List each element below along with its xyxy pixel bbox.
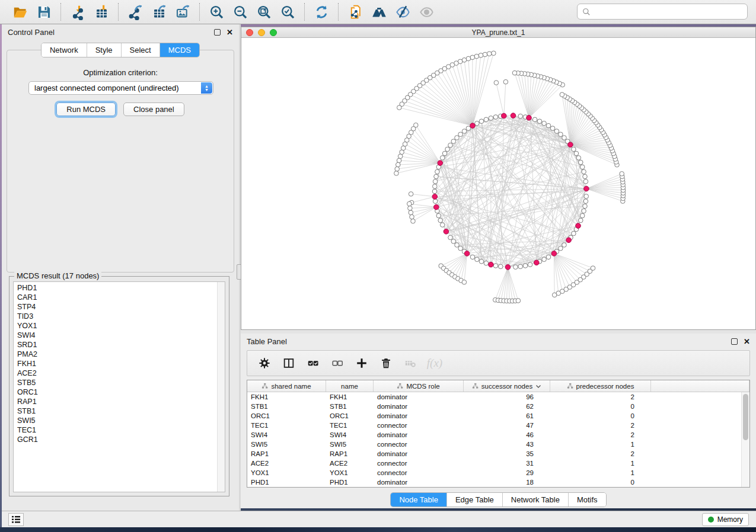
add-column-button[interactable] — [352, 354, 372, 373]
tab-network-table[interactable]: Network Table — [503, 493, 569, 507]
destroy-table-button — [400, 354, 420, 373]
table-row[interactable]: ORC1ORC1dominator610 — [247, 411, 741, 421]
column-header-name[interactable]: name — [326, 380, 374, 392]
mcds-list-scrollbar[interactable] — [217, 282, 225, 492]
column-header-shared-name[interactable]: shared name — [247, 380, 326, 392]
table-row[interactable]: STB1STB1dominator620 — [247, 402, 741, 411]
run-mcds-button[interactable]: Run MCDS — [56, 102, 116, 116]
mcds-result-item[interactable]: STB5 — [17, 378, 225, 387]
zoom-selected-button[interactable] — [276, 2, 299, 22]
tab-network[interactable]: Network — [42, 43, 87, 57]
mcds-result-item[interactable]: SRD1 — [17, 340, 225, 350]
mcds-result-item[interactable]: TID3 — [17, 312, 225, 321]
mcds-result-item[interactable]: CAR1 — [17, 293, 225, 302]
show-column-panel-button[interactable] — [279, 354, 299, 373]
table-row[interactable]: TEC1TEC1connector472 — [247, 421, 741, 430]
mcds-result-item[interactable]: YOX1 — [17, 321, 225, 331]
table-row[interactable]: ACE2ACE2connector311 — [247, 459, 741, 468]
tab-style[interactable]: Style — [87, 43, 122, 57]
mcds-result-item[interactable]: PMA2 — [17, 350, 225, 359]
column-header-predecessor-nodes[interactable]: predecessor nodes — [550, 380, 651, 392]
tab-edge-table[interactable]: Edge Table — [447, 493, 503, 507]
table-row[interactable]: PHD1PHD1dominator180 — [247, 477, 741, 487]
table-cell: SWI5 — [247, 440, 326, 449]
network-view-window: YPA_prune.txt_1 — [241, 27, 756, 330]
mcds-result-item[interactable]: FKH1 — [17, 359, 225, 368]
table-row[interactable]: SWI4SWI4dominator462 — [247, 430, 741, 440]
tab-select[interactable]: Select — [122, 43, 160, 57]
tab-node-table[interactable]: Node Table — [391, 493, 447, 507]
table-row[interactable]: YOX1YOX1connector291 — [247, 468, 741, 477]
export-network-button[interactable] — [123, 2, 147, 22]
open-file-icon — [12, 4, 28, 20]
mcds-result-item[interactable]: ACE2 — [17, 368, 225, 378]
mcds-result-list[interactable]: PHD1CAR1STP4TID3YOX1SWI4SRD1PMA2FKH1ACE2… — [13, 281, 225, 492]
delete-column-button[interactable] — [376, 354, 396, 373]
search-box[interactable] — [577, 4, 748, 20]
zoom-out-button[interactable] — [228, 2, 252, 22]
select-all-checkboxes-button[interactable] — [303, 354, 323, 373]
close-panel-button[interactable]: Close panel — [123, 102, 184, 116]
table-cell: STB1 — [247, 402, 326, 411]
optimization-criterion-select[interactable]: largest connected component (undirected)… — [28, 81, 213, 95]
mcds-result-item[interactable]: STB1 — [17, 406, 225, 416]
import-table-button[interactable] — [90, 2, 113, 22]
table-vertical-scrollbar[interactable] — [741, 392, 749, 487]
search-window-button[interactable] — [367, 2, 391, 22]
table-cell: RAP1 — [326, 449, 374, 459]
export-table-button[interactable] — [147, 2, 171, 22]
table-row[interactable]: SWI5SWI5connector431 — [247, 440, 741, 449]
mcds-result-item[interactable]: SWI5 — [17, 416, 225, 425]
export-image-button[interactable] — [171, 2, 194, 22]
mcds-result-item[interactable]: TEC1 — [17, 425, 225, 435]
zoom-fit-button[interactable] — [252, 2, 276, 22]
column-header-successor-nodes[interactable]: successor nodes — [464, 380, 550, 392]
mcds-result-item[interactable]: RAP1 — [17, 397, 225, 406]
table-cell: STB1 — [326, 402, 374, 411]
table-close-panel-icon[interactable]: ✕ — [744, 338, 750, 345]
graph-edges — [396, 53, 623, 301]
mcds-result-item[interactable]: PHD1 — [17, 283, 225, 293]
table-float-panel-icon[interactable] — [731, 338, 738, 345]
float-panel-icon[interactable] — [214, 29, 221, 36]
tab-mcds[interactable]: MCDS — [160, 43, 199, 57]
table-scrollbar-thumb[interactable] — [743, 394, 748, 440]
desktop: Control Panel ✕ NetworkStyleSelectMCDS O… — [0, 0, 756, 532]
column-header-MCDS-role[interactable]: MCDS role — [374, 380, 464, 392]
column-settings-gear-button[interactable] — [254, 354, 275, 373]
sort-desc-icon — [535, 384, 541, 389]
mcds-result-item[interactable]: ORC1 — [17, 387, 225, 397]
table-row[interactable]: RAP1RAP1dominator352 — [247, 449, 741, 459]
criterion-selected-value: largest connected component (undirected) — [34, 84, 179, 92]
export-image-icon — [175, 4, 191, 20]
memory-status-icon — [708, 517, 714, 523]
destroy-table-icon — [404, 357, 417, 370]
save-session-button[interactable] — [32, 2, 56, 22]
network-from-document-button[interactable] — [343, 2, 367, 22]
table-cell: TEC1 — [247, 421, 326, 430]
table-row[interactable]: FKH1FKH1dominator962 — [247, 392, 741, 402]
zoom-in-button[interactable] — [205, 2, 228, 22]
refresh-layout-button[interactable] — [310, 2, 333, 22]
table-cell: 43 — [464, 440, 550, 449]
mcds-result-item[interactable]: STP4 — [17, 302, 225, 312]
mcds-result-item[interactable]: SWI4 — [17, 331, 225, 340]
network-canvas[interactable] — [241, 39, 755, 329]
deselect-all-checkboxes-button[interactable] — [327, 354, 347, 373]
hide-graphics-details-button[interactable] — [391, 2, 414, 22]
mcds-result-box: MCDS result (17 nodes) PHD1CAR1STP4TID3Y… — [9, 276, 229, 496]
open-file-button[interactable] — [8, 2, 32, 22]
table-cell: 1 — [550, 459, 651, 468]
mcds-result-item[interactable]: GCR1 — [17, 435, 225, 444]
table-cell: ORC1 — [247, 411, 326, 421]
close-panel-icon[interactable]: ✕ — [227, 28, 233, 36]
table-cell: 35 — [464, 449, 550, 459]
task-history-button[interactable] — [8, 513, 24, 526]
attribute-icon — [397, 383, 403, 389]
import-network-button[interactable] — [66, 2, 90, 22]
table-cell: 2 — [550, 392, 651, 402]
tab-motifs[interactable]: Motifs — [569, 493, 606, 507]
memory-button[interactable]: Memory — [702, 513, 749, 526]
table-panel: Table Panel ✕ f(x) shared namenameMCDS r… — [241, 334, 756, 508]
search-input[interactable] — [594, 8, 742, 16]
